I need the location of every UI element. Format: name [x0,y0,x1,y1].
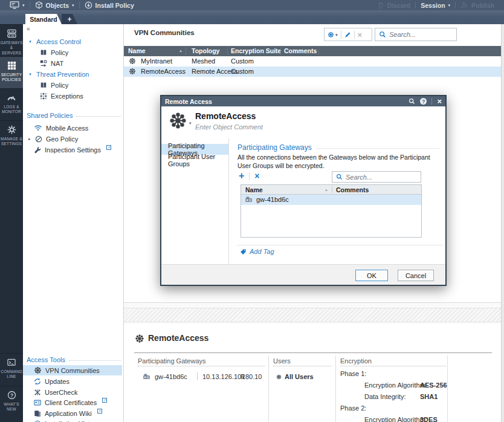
external-link-badge: ↗ [97,409,102,414]
nav-item-mobile-access[interactable]: Mobile Access [23,123,122,133]
phase2-label: Phase 2: [340,404,366,412]
tab-standard[interactable]: Standard [25,14,62,24]
encryption-algorithm-value: AES-256 [420,381,447,389]
pane-splitter[interactable] [124,308,501,322]
object-toolbar: ▾ × [324,28,372,41]
objects-menu-button[interactable]: Objects ▾ [30,0,79,10]
dialog-title: Remote Access [165,98,409,105]
gear-icon [7,125,16,134]
close-icon[interactable]: × [437,97,442,105]
vpn-community-icon[interactable] [169,111,187,130]
sidebar-item-manage-settings[interactable]: MANAGE & SETTINGS [0,120,23,152]
publish-button[interactable]: Publish [456,0,499,10]
collapse-panel-button[interactable]: « [27,25,30,32]
objects-label: Objects [46,2,69,9]
dotted-divider [237,245,443,245]
edit-object-button[interactable] [341,28,354,41]
publish-label: Publish [471,2,494,9]
dialog-nav-participant-user-groups[interactable]: Participant User Groups [161,155,228,166]
nav-item-label: VPN Communities [45,367,100,374]
table-row[interactable]: RemoteAccess Remote Access Custom [124,67,501,77]
nav-item-installation-history[interactable]: Installation History [23,418,122,422]
chevron-down-icon: ▾ [28,72,33,77]
sidebar-item-command-line[interactable]: COMMAND LINE [0,353,23,386]
column-header-name[interactable]: Name [245,186,263,193]
divider [197,372,198,380]
nav-item-usercheck[interactable]: UserCheck [23,387,122,397]
smartconsole-window: ▾ Objects ▾ Install Policy Discard Sessi… [0,0,504,422]
install-policy-button[interactable]: Install Policy [80,0,139,10]
dotted-divider [273,366,331,366]
divider [134,352,492,353]
discard-button[interactable]: Discard [372,0,416,10]
nav-item-inspection-settings[interactable]: Inspection Settings ↗ [23,144,122,155]
exceptions-grid-icon [40,93,47,100]
gateway-row[interactable]: gw-41bd6c [241,195,421,205]
nav-item-label: NAT [51,60,63,67]
ok-button[interactable]: OK [355,270,388,281]
remove-gateway-button[interactable]: × [254,172,259,180]
new-object-button[interactable]: ▾ [325,28,341,41]
add-tag-button[interactable]: Add Tag [240,248,274,255]
nav-section-threat-prevention[interactable]: ▾ Threat Prevention [23,69,122,79]
nav-item-updates[interactable]: Updates [23,376,122,386]
external-link-badge: ↗ [106,145,111,150]
dialog-object-name[interactable]: RemoteAccess [195,111,256,121]
table-header[interactable]: Name ▲ Topology Encryption Suite Comment… [124,46,501,56]
dialog-titlebar[interactable]: Remote Access ? × [161,96,445,106]
column-divider [332,186,332,193]
help-icon[interactable]: ? [420,98,427,105]
nav-item-exceptions[interactable]: Exceptions [23,91,122,101]
search-icon[interactable] [409,98,415,105]
divider [431,98,432,105]
nav-item-label: Application Wiki [45,410,92,417]
dialog-titlebar-icons: ? × [409,97,442,105]
sidebar-item-whats-new[interactable]: WHAT'S NEW [0,386,23,422]
all-users-icon [276,374,282,380]
delete-object-button[interactable]: × [355,28,366,41]
app-mode-sidebar: GATEWAYS & SERVERS SECURITY POLICIES LOG… [0,24,23,422]
column-header-comments[interactable]: Comments [284,47,317,54]
cell-topology: Meshed [192,57,215,65]
cell-name: RemoteAccess [141,68,186,75]
top-toolbar: ▾ Objects ▾ Install Policy Discard Sessi… [0,0,504,10]
column-header-topology[interactable]: Topology [192,47,219,54]
chevron-down-icon[interactable]: ▾ [189,121,192,126]
dialog-header: ▾ RemoteAccess Enter Object Comment [161,106,445,138]
toolbar-divider [249,172,250,180]
nav-item-nat[interactable]: NAT [23,58,122,68]
details-title: RemoteAccess [148,333,208,343]
nav-item-client-certificates[interactable]: Client Certificates ↗ [23,397,122,407]
nav-item-threat-policy[interactable]: Policy [23,80,122,90]
session-menu-button[interactable]: Session ▾ [416,0,455,10]
gateway-list-toolbar: + × [239,171,260,181]
column-header-name[interactable]: Name [128,47,146,54]
nav-section-label: Access Tools [27,356,65,363]
cancel-button[interactable]: Cancel [398,270,434,281]
servers-icon [7,29,17,38]
install-policy-label: Install Policy [95,2,134,9]
nav-item-geo-policy[interactable]: ▸ Geo Policy [23,134,122,144]
search-icon [336,174,343,180]
certificate-icon [34,399,41,406]
nav-section-access-control[interactable]: ▾ Access Control [23,36,122,47]
sort-asc-icon: ▲ [179,49,183,53]
main-menu-button[interactable]: ▾ [5,0,30,10]
nav-item-vpn-communities[interactable]: VPN Communities [23,365,122,375]
gateways-table-header[interactable]: Name ▲ Comments [241,185,421,195]
column-header-comments[interactable]: Comments [336,186,369,193]
sidebar-item-logs-monitor[interactable]: LOGS & MONITOR [0,88,23,120]
cell-encryption-suite: Custom [231,68,254,75]
dialog-search-input[interactable] [346,174,417,181]
nav-item-access-policy[interactable]: Policy [23,47,122,57]
object-comment-field[interactable]: Enter Object Comment [195,123,263,131]
sidebar-item-security-policies[interactable]: SECURITY POLICIES [0,56,23,88]
new-tab-button[interactable]: + [62,14,77,24]
search-input[interactable] [389,31,453,38]
column-header-encryption-suite[interactable]: Encryption Suite [231,47,281,54]
add-gateway-button[interactable]: + [239,171,244,181]
sidebar-item-gateways-servers[interactable]: GATEWAYS & SERVERS [0,24,23,56]
nav-item-application-wiki[interactable]: Application Wiki ↗ [23,408,122,418]
pencil-icon [344,31,351,38]
table-row[interactable]: MyIntranet Meshed Custom [124,56,501,67]
